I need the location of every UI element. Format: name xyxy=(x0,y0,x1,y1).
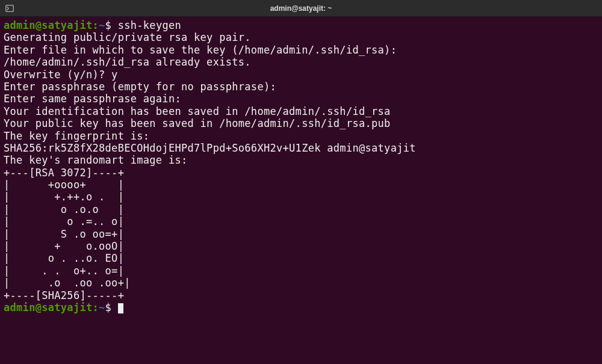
randomart-line: | o .=.. o| xyxy=(4,215,598,227)
output-line: Your identification has been saved in /h… xyxy=(4,105,598,117)
randomart-line: +---[RSA 3072]----+ xyxy=(4,167,598,179)
window-titlebar[interactable]: admin@satyajit: ~ xyxy=(0,0,602,17)
randomart-line: | +.++.o . | xyxy=(4,191,598,203)
command-text: ssh-keygen xyxy=(118,19,181,31)
output-line: Enter file in which to save the key (/ho… xyxy=(4,44,598,56)
prompt-colon: : xyxy=(93,19,99,31)
output-line: The key fingerprint is: xyxy=(4,130,598,142)
prompt-line-1: admin@satyajit:~$ ssh-keygen xyxy=(4,19,598,31)
terminal-body[interactable]: admin@satyajit:~$ ssh-keygen Generating … xyxy=(0,17,602,364)
randomart-line: | + o.ooO| xyxy=(4,240,598,252)
prompt-user: admin@satyajit xyxy=(4,19,93,31)
window-title: admin@satyajit: ~ xyxy=(270,4,332,13)
output-line: The key's randomart image is: xyxy=(4,154,598,166)
randomart-line: | S .o oo=+| xyxy=(4,228,598,240)
prompt-path: ~ xyxy=(99,301,105,313)
prompt-line-2: admin@satyajit:~$ xyxy=(4,301,598,313)
prompt-dollar: $ xyxy=(105,301,118,313)
randomart-line: | .o .oo .oo+| xyxy=(4,277,598,289)
prompt-dollar: $ xyxy=(105,19,118,31)
cursor xyxy=(118,303,123,313)
prompt-user: admin@satyajit xyxy=(4,301,93,313)
randomart-line: +----[SHA256]-----+ xyxy=(4,289,598,301)
randomart-line: | o . ..o. EO| xyxy=(4,252,598,264)
terminal-window: admin@satyajit: ~ admin@satyajit:~$ ssh-… xyxy=(0,0,602,364)
output-line: Overwrite (y/n)? y xyxy=(4,69,598,81)
output-line: Your public key has been saved in /home/… xyxy=(4,117,598,129)
output-line: Enter same passphrase again: xyxy=(4,93,598,105)
randomart-line: | +oooo+ | xyxy=(4,179,598,191)
output-line: Enter passphrase (empty for no passphras… xyxy=(4,81,598,93)
prompt-colon: : xyxy=(93,301,99,313)
svg-rect-0 xyxy=(6,5,13,11)
prompt-path: ~ xyxy=(99,19,105,31)
output-line: /home/admin/.ssh/id_rsa already exists. xyxy=(4,56,598,68)
randomart-line: | . . o+.. o=| xyxy=(4,265,598,277)
terminal-icon xyxy=(5,4,14,13)
output-line: SHA256:rk5Z8fX28deBECOHdojEHPd7lPpd+So66… xyxy=(4,142,598,154)
randomart-line: | o .o.o | xyxy=(4,203,598,215)
output-line: Generating public/private rsa key pair. xyxy=(4,31,598,43)
